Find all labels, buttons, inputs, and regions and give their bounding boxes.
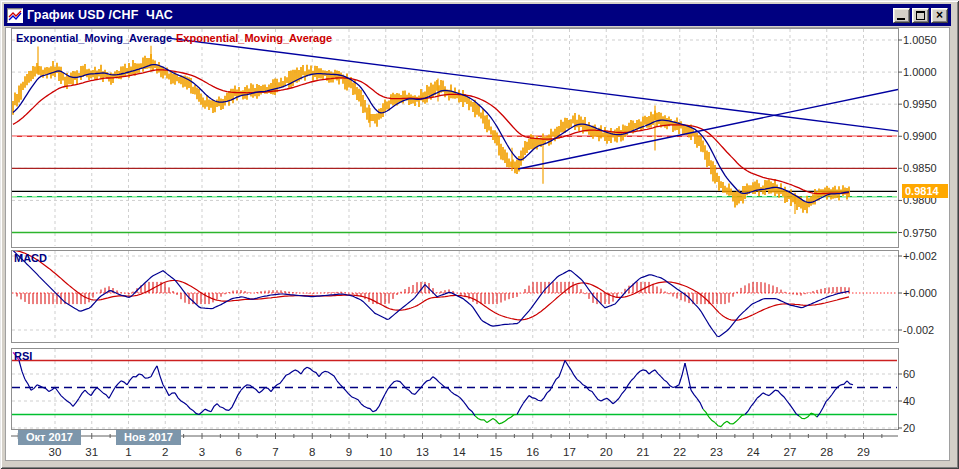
macd-line [13, 250, 849, 336]
ema-fast-label: Exponential_Moving_Average [16, 32, 172, 44]
date-label: 17 [563, 446, 576, 458]
date-label: 10 [379, 446, 392, 458]
date-label: 16 [526, 446, 539, 458]
date-label: 15 [490, 446, 503, 458]
macd-signal-line [13, 250, 849, 320]
ema-slow-label: Exponential_Moving_Average [176, 32, 332, 44]
price-axis-label: 1.0050 [903, 34, 937, 46]
date-label: 6 [236, 446, 242, 458]
date-label: 28 [820, 446, 833, 458]
date-label: 24 [747, 446, 760, 458]
current-price-tag: 0.9814 [902, 184, 948, 198]
rsi-axis-label: 20 [903, 422, 915, 434]
rsi-pane[interactable] [12, 349, 899, 430]
price-pane[interactable] [12, 29, 899, 248]
month-badge-oct: Окт 2017 [18, 430, 81, 445]
chart-window: График USD /CHF ЧАС × Exponential_Moving… [0, 0, 959, 469]
price-axis-label: 0.9950 [903, 98, 937, 110]
date-label: 23 [710, 446, 723, 458]
date-label: 20 [600, 446, 613, 458]
macd-label: MACD [14, 252, 47, 264]
rsi-axis-label: 60 [903, 368, 915, 380]
price-axis-label: 0.9850 [903, 162, 937, 174]
plot-layers[interactable] [0, 0, 959, 469]
date-label: 30 [49, 446, 62, 458]
date-label: 3 [199, 446, 205, 458]
date-label: 2 [162, 446, 168, 458]
rsi-line [13, 352, 853, 426]
macd-axis-label: +0.000 [903, 287, 937, 299]
macd-axis-label: -0.002 [903, 324, 934, 336]
month-badge-nov: Нов 2017 [116, 430, 181, 445]
date-label: 27 [784, 446, 797, 458]
date-label: 29 [857, 446, 870, 458]
price-axis-label: 0.9750 [903, 227, 937, 239]
date-label: 31 [85, 446, 98, 458]
date-label: 1 [125, 446, 131, 458]
macd-pane[interactable] [12, 250, 899, 342]
date-label: 7 [272, 446, 278, 458]
rsi-axis-label: 40 [903, 395, 915, 407]
date-label: 9 [346, 446, 352, 458]
rsi-label: RSI [14, 350, 32, 362]
price-axis-label: 1.0000 [903, 66, 937, 78]
date-label: 21 [637, 446, 650, 458]
date-label: 22 [673, 446, 686, 458]
price-axis-label: 0.9900 [903, 130, 937, 142]
macd-axis-label: +0.002 [903, 250, 937, 262]
date-label: 8 [309, 446, 315, 458]
date-label: 14 [453, 446, 466, 458]
date-label: 13 [416, 446, 429, 458]
